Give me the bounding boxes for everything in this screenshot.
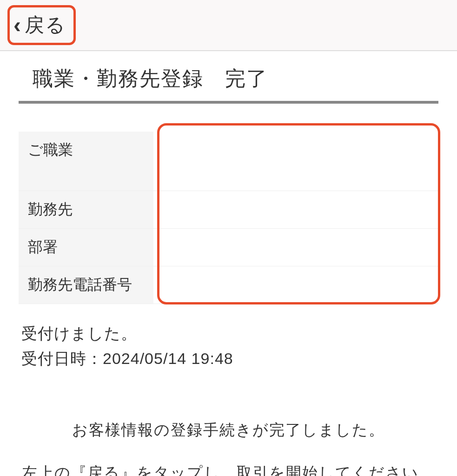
form-row-occupation: ご職業 [19,132,438,191]
form-area: ご職業 勤務先 部署 勤務先電話番号 [19,132,438,304]
status-accepted: 受付けました。 [21,321,436,346]
status-datetime-label: 受付日時： [21,350,103,367]
form-value-occupation [153,132,438,191]
status-datetime-value: 2024/05/14 19:48 [103,350,233,367]
status-area: 受付けました。 受付日時：2024/05/14 19:48 [21,321,436,371]
page-title: 職業・勤務先登録 完了 [14,65,443,101]
header-bar: ‹ 戻る [0,0,457,51]
info-line1: お客様情報の登録手続きが完了しました。 [14,409,443,451]
info-text: お客様情報の登録手続きが完了しました。 左上の『戻る』をタップし、取引を開始して… [14,409,443,476]
form-value-phone [153,266,438,304]
form-row-department: 部署 [19,229,438,266]
content-area: 職業・勤務先登録 完了 ご職業 勤務先 部署 勤務先電話番号 受付けました。 受… [0,51,457,476]
info-line2: 左上の『戻る』をタップし、取引を開始してください。 [14,451,443,476]
form-value-department [153,229,438,266]
back-button[interactable]: ‹ 戻る [7,5,76,45]
chevron-left-icon: ‹ [13,14,21,36]
form-label-department: 部署 [19,229,153,266]
form-row-workplace: 勤務先 [19,191,438,229]
form-label-phone: 勤務先電話番号 [19,266,153,304]
form-label-occupation: ご職業 [19,132,153,191]
status-datetime: 受付日時：2024/05/14 19:48 [21,346,436,371]
title-underline [19,101,438,104]
back-button-label: 戻る [25,12,66,38]
form-label-workplace: 勤務先 [19,191,153,228]
form-value-workplace [153,191,438,228]
form-row-phone: 勤務先電話番号 [19,266,438,304]
